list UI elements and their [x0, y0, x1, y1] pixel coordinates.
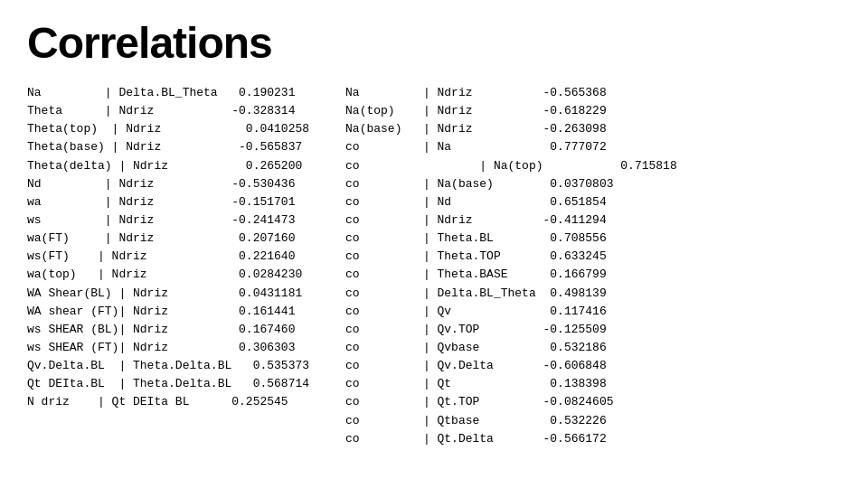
list-item: co | Na(top) 0.715818	[345, 157, 677, 175]
list-item: wa(FT) | Ndriz 0.207160	[27, 230, 309, 248]
list-item: Na | Delta.BL_Theta 0.190231	[27, 84, 309, 102]
list-item: co | Qt 0.138398	[345, 375, 677, 393]
list-item: co | Qtbase 0.532226	[345, 412, 677, 430]
list-item: Theta(top) | Ndriz 0.0410258	[27, 120, 309, 138]
correlations-content: Na | Delta.BL_Theta 0.190231Theta | Ndri…	[27, 84, 841, 448]
list-item: co | Theta.BL 0.708556	[345, 230, 677, 248]
list-item: co | Theta.BASE 0.166799	[345, 266, 677, 284]
list-item: co | Qv.TOP -0.125509	[345, 321, 677, 339]
left-column: Na | Delta.BL_Theta 0.190231Theta | Ndri…	[27, 84, 309, 412]
list-item: Qt DEIta.BL | Theta.Delta.BL 0.568714	[27, 375, 309, 393]
list-item: Theta | Ndriz -0.328314	[27, 102, 309, 120]
list-item: co | Theta.TOP 0.633245	[345, 248, 677, 266]
list-item: WA Shear(BL) | Ndriz 0.0431181	[27, 285, 309, 303]
list-item: co | Qt.TOP -0.0824605	[345, 393, 677, 411]
list-item: co | Qt.Delta -0.566172	[345, 430, 677, 448]
list-item: co | Qv 0.117416	[345, 303, 677, 321]
list-item: co | Delta.BL_Theta 0.498139	[345, 285, 677, 303]
list-item: co | Ndriz -0.411294	[345, 211, 677, 230]
list-item: Qv.Delta.BL | Theta.Delta.BL 0.535373	[27, 357, 309, 375]
list-item: Na | Ndriz -0.565368	[345, 84, 677, 102]
list-item: N driz | Qt DEIta BL 0.252545	[27, 393, 309, 411]
list-item: Theta(delta) | Ndriz 0.265200	[27, 157, 309, 175]
list-item: co | Qv.Delta -0.606848	[345, 357, 677, 375]
list-item: Nd | Ndriz -0.530436	[27, 175, 309, 193]
list-item: Theta(base) | Ndriz -0.565837	[27, 138, 309, 156]
list-item: wa(top) | Ndriz 0.0284230	[27, 266, 309, 284]
list-item: WA shear (FT)| Ndriz 0.161441	[27, 303, 309, 321]
list-item: Na(base) | Ndriz -0.263098	[345, 120, 677, 138]
list-item: ws | Ndriz -0.241473	[27, 211, 309, 230]
list-item: co | Na 0.777072	[345, 138, 677, 156]
list-item: wa | Ndriz -0.151701	[27, 193, 309, 211]
list-item: co | Nd 0.651854	[345, 193, 677, 211]
list-item: Na(top) | Ndriz -0.618229	[345, 102, 677, 120]
right-column: Na | Ndriz -0.565368Na(top) | Ndriz -0.6…	[345, 84, 677, 448]
page-title: Correlations	[27, 18, 841, 68]
list-item: co | Na(base) 0.0370803	[345, 175, 677, 193]
list-item: ws SHEAR (BL)| Ndriz 0.167460	[27, 321, 309, 339]
list-item: ws SHEAR (FT)| Ndriz 0.306303	[27, 339, 309, 357]
list-item: ws(FT) | Ndriz 0.221640	[27, 248, 309, 266]
list-item: co | Qvbase 0.532186	[345, 339, 677, 357]
